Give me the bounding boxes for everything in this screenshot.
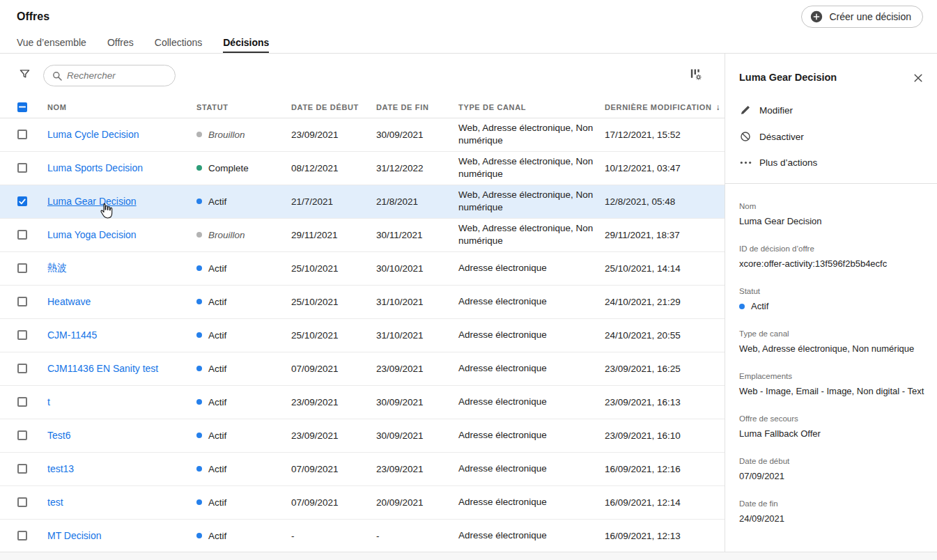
tab-vue-d-ensemble[interactable]: Vue d’ensemble — [17, 33, 86, 53]
field-type-de-canal: Type de canalWeb, Adresse électronique, … — [739, 329, 924, 354]
offers-app: Offres Créer une décision Vue d’ensemble… — [0, 0, 937, 560]
row-checkbox[interactable] — [17, 263, 27, 273]
end-date-cell: - — [371, 519, 453, 552]
start-date-cell: 08/12/2021 — [286, 151, 371, 185]
search-box — [43, 65, 176, 86]
start-date-cell: 07/09/2021 — [286, 452, 371, 485]
end-date-cell: 31/10/2021 — [371, 285, 453, 318]
decision-name-link[interactable]: Luma Gear Decision — [47, 196, 137, 207]
action-modifier[interactable]: Modifier — [739, 104, 924, 116]
row-checkbox[interactable] — [17, 364, 27, 373]
table-row[interactable]: 熱波Actif25/10/202130/10/2021Adresse élect… — [0, 251, 725, 285]
table-row[interactable]: CJM11436 EN Sanity testActif07/09/202123… — [0, 352, 725, 385]
decision-name-link[interactable]: test13 — [47, 463, 74, 474]
end-date-cell: 31/12/2022 — [371, 151, 453, 185]
sort-desc-icon[interactable]: ↓ — [716, 102, 720, 112]
table-row[interactable]: HeatwaveActif25/10/202131/10/2021Adresse… — [0, 285, 725, 318]
table-row[interactable]: CJM-11445Actif25/10/202131/10/2021Adress… — [0, 318, 725, 352]
decision-name-link[interactable]: Heatwave — [47, 296, 91, 307]
search-input[interactable] — [43, 65, 176, 86]
table-row[interactable]: tActif23/09/202130/09/2021Adresse électr… — [0, 385, 725, 419]
table-row[interactable]: Luma Cycle DecisionBrouillon23/09/202130… — [0, 118, 725, 151]
action-plus-d-actions[interactable]: Plus d’actions — [739, 157, 924, 168]
close-icon — [914, 74, 922, 84]
column-header-nom[interactable]: NOM — [42, 97, 191, 118]
status-badge: Brouillon — [196, 230, 245, 240]
select-all-checkbox[interactable] — [17, 102, 27, 112]
status-badge: Actif — [196, 430, 226, 441]
end-date-cell: 30/09/2021 — [371, 385, 453, 419]
status-dot — [196, 332, 202, 338]
field-date-de-debut: Date de début07/09/2021 — [739, 457, 924, 481]
field-value: Luma Fallback Offer — [739, 428, 924, 439]
field-date-de-fin: Date de fin24/09/2021 — [739, 499, 924, 524]
row-checkbox[interactable] — [17, 163, 27, 173]
status-dot — [196, 265, 202, 271]
status-dot — [196, 232, 202, 238]
column-settings-button[interactable] — [688, 66, 704, 84]
modified-cell: 17/12/2021, 15:52 — [599, 118, 725, 151]
action-label: Plus d’actions — [759, 157, 817, 168]
table-row[interactable]: MT DecisionActif--Adresse électronique16… — [0, 519, 725, 552]
decision-name-link[interactable]: Luma Sports Decision — [47, 162, 143, 173]
create-decision-label: Créer une décision — [829, 11, 911, 22]
close-panel-button[interactable] — [912, 72, 924, 86]
filter-button[interactable] — [17, 67, 32, 84]
row-checkbox[interactable] — [17, 430, 27, 440]
column-header-date-de-fin[interactable]: DATE DE FIN — [371, 97, 453, 118]
table-row[interactable]: testActif07/09/202120/09/2021Adresse éle… — [0, 485, 725, 519]
status-label: Actif — [208, 397, 226, 407]
panel-fields: NomLuma Gear DecisionID de décision d’of… — [739, 202, 924, 524]
table-row[interactable]: Luma Yoga DecisionBrouillon29/11/202130/… — [0, 218, 725, 251]
column-header-date-de-debut[interactable]: DATE DE DÉBUT — [286, 97, 371, 118]
action-label: Modifier — [759, 105, 793, 116]
column-header-statut[interactable]: STATUT — [191, 97, 286, 118]
row-checkbox[interactable] — [17, 531, 27, 540]
row-checkbox[interactable] — [17, 497, 27, 507]
row-checkbox[interactable] — [17, 196, 27, 206]
decision-name-link[interactable]: CJM11436 EN Sanity test — [47, 363, 158, 374]
field-label: Type de canal — [739, 329, 924, 338]
tab-decisions[interactable]: Décisions — [223, 33, 269, 53]
row-checkbox[interactable] — [17, 297, 27, 306]
row-checkbox[interactable] — [17, 397, 27, 407]
status-label: Actif — [208, 497, 226, 508]
row-checkbox[interactable] — [17, 330, 27, 340]
table-row[interactable]: test13Actif07/09/202123/09/2021Adresse é… — [0, 452, 725, 485]
table-row[interactable]: Luma Gear DecisionActif21/7/202121/8/202… — [0, 185, 725, 218]
decision-name-link[interactable]: t — [47, 396, 50, 407]
status-label: Actif — [208, 196, 226, 207]
status-dot — [196, 533, 202, 538]
table-row[interactable]: Luma Sports DecisionComplete08/12/202131… — [0, 151, 725, 185]
row-checkbox[interactable] — [17, 130, 27, 139]
decision-name-link[interactable]: Luma Cycle Decision — [47, 129, 139, 140]
decision-name-link[interactable]: Test6 — [47, 430, 70, 441]
action-desactiver[interactable]: Désactiver — [739, 131, 924, 142]
column-header-derniere-modification[interactable]: DERNIÈRE MODIFICATION↓ — [599, 97, 725, 118]
column-header-type-de-canal[interactable]: TYPE DE CANAL — [453, 97, 599, 118]
bottom-strip — [0, 552, 937, 560]
status-badge: Actif — [196, 497, 226, 508]
tab-collections[interactable]: Collections — [155, 33, 202, 53]
create-decision-button[interactable]: Créer une décision — [801, 6, 923, 28]
table-header-row: NOMSTATUTDATE DE DÉBUTDATE DE FINTYPE DE… — [0, 97, 725, 118]
decision-name-link[interactable]: test — [47, 497, 63, 508]
decision-name-link[interactable]: CJM-11445 — [47, 329, 97, 341]
row-checkbox[interactable] — [17, 230, 27, 240]
modified-cell: 25/10/2021, 14:14 — [599, 251, 725, 285]
field-value: Web, Adresse électronique, Non numérique — [739, 343, 924, 354]
status-label: Actif — [208, 263, 226, 274]
status-dot — [196, 466, 202, 472]
decision-name-link[interactable]: 熱波 — [47, 262, 67, 273]
status-badge: Complete — [196, 163, 249, 173]
table-row[interactable]: Test6Actif23/09/202130/09/2021Adresse él… — [0, 419, 725, 452]
modified-cell: 29/11/2021, 18:37 — [599, 218, 725, 251]
tab-offres[interactable]: Offres — [107, 33, 134, 53]
field-label: Offre de secours — [739, 414, 924, 423]
decision-name-link[interactable]: MT Decision — [47, 530, 102, 541]
tab-bar: Vue d’ensembleOffresCollectionsDécisions — [0, 33, 937, 54]
start-date-cell: 07/09/2021 — [286, 352, 371, 385]
decision-name-link[interactable]: Luma Yoga Decision — [47, 229, 137, 240]
toolbar — [0, 54, 725, 97]
row-checkbox[interactable] — [17, 464, 27, 474]
